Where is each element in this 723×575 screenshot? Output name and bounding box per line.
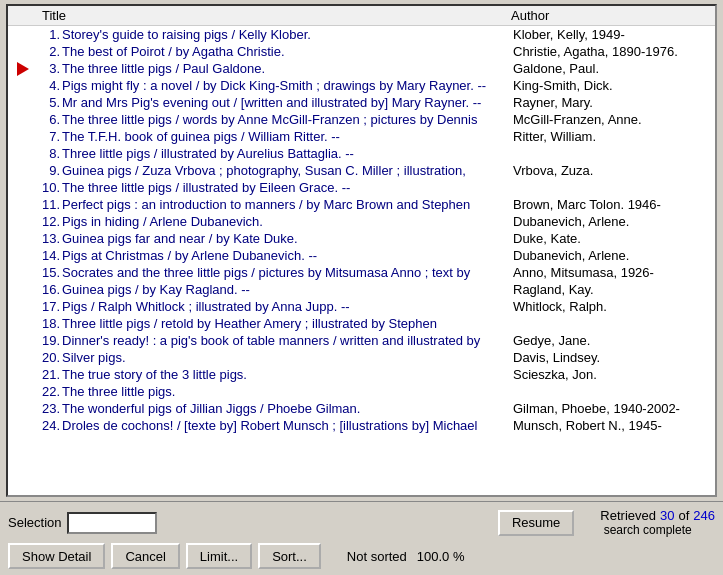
- table-row[interactable]: 24.Droles de cochons! / [texte by] Rober…: [8, 417, 715, 434]
- row-indicator: [10, 129, 38, 130]
- table-row[interactable]: 11.Perfect pigs : an introduction to man…: [8, 196, 715, 213]
- row-number: 8.: [38, 146, 62, 161]
- row-indicator: [10, 333, 38, 334]
- table-row[interactable]: 8.Three little pigs / illustrated by Aur…: [8, 145, 715, 162]
- row-number: 7.: [38, 129, 62, 144]
- row-number: 18.: [38, 316, 62, 331]
- row-title: Pigs at Christmas / by Arlene Dubanevich…: [62, 248, 513, 263]
- table-row[interactable]: 10.The three little pigs / illustrated b…: [8, 179, 715, 196]
- row-author: Ritter, William.: [513, 129, 713, 144]
- row-indicator: [10, 231, 38, 232]
- table-row[interactable]: 13.Guinea pigs far and near / by Kate Du…: [8, 230, 715, 247]
- row-indicator: [10, 146, 38, 147]
- row-indicator: [10, 27, 38, 28]
- retrieved-group: Retrieved 30 of 246 search complete: [580, 508, 715, 537]
- sort-button[interactable]: Sort...: [258, 543, 321, 569]
- results-area[interactable]: Title Author 1.Storey's guide to raising…: [6, 4, 717, 497]
- row-number: 16.: [38, 282, 62, 297]
- row-number: 17.: [38, 299, 62, 314]
- retrieved-count: 30: [660, 508, 674, 523]
- row-title: Guinea pigs / by Kay Ragland. --: [62, 282, 513, 297]
- row-title: Socrates and the three little pigs / pic…: [62, 265, 513, 280]
- row-author: Dubanevich, Arlene.: [513, 248, 713, 263]
- row-number: 1.: [38, 27, 62, 42]
- show-detail-button[interactable]: Show Detail: [8, 543, 105, 569]
- search-complete-label: search complete: [604, 523, 692, 537]
- table-row[interactable]: 1.Storey's guide to raising pigs / Kelly…: [8, 26, 715, 43]
- table-row[interactable]: 12.Pigs in hiding / Arlene Dubanevich.Du…: [8, 213, 715, 230]
- total-count: 246: [693, 508, 715, 523]
- row-title: Pigs in hiding / Arlene Dubanevich.: [62, 214, 513, 229]
- row-number: 24.: [38, 418, 62, 433]
- row-title: Silver pigs.: [62, 350, 513, 365]
- results-header: Title Author: [8, 6, 715, 26]
- row-title: Droles de cochons! / [texte by] Robert M…: [62, 418, 513, 433]
- table-row[interactable]: 14.Pigs at Christmas / by Arlene Dubanev…: [8, 247, 715, 264]
- table-row[interactable]: 17.Pigs / Ralph Whitlock ; illustrated b…: [8, 298, 715, 315]
- row-title: The true story of the 3 little pigs.: [62, 367, 513, 382]
- row-indicator: [10, 384, 38, 385]
- row-number: 19.: [38, 333, 62, 348]
- table-row[interactable]: 20.Silver pigs.Davis, Lindsey.: [8, 349, 715, 366]
- row-number: 10.: [38, 180, 62, 195]
- row-number: 6.: [38, 112, 62, 127]
- resume-button[interactable]: Resume: [498, 510, 574, 536]
- table-row[interactable]: 5.Mr and Mrs Pig's evening out / [writte…: [8, 94, 715, 111]
- selection-input[interactable]: [67, 512, 157, 534]
- row-indicator: [10, 248, 38, 249]
- row-title: Three little pigs / illustrated by Aurel…: [62, 146, 513, 161]
- cancel-button[interactable]: Cancel: [111, 543, 179, 569]
- row-indicator: [10, 265, 38, 266]
- table-row[interactable]: 22.The three little pigs.: [8, 383, 715, 400]
- row-title: Pigs / Ralph Whitlock ; illustrated by A…: [62, 299, 513, 314]
- row-author: Gedye, Jane.: [513, 333, 713, 348]
- row-title: The T.F.H. book of guinea pigs / William…: [62, 129, 513, 144]
- row-title: The three little pigs.: [62, 384, 513, 399]
- retrieved-row1: Retrieved 30 of 246: [580, 508, 715, 523]
- row-indicator: [10, 61, 38, 76]
- main-container: Title Author 1.Storey's guide to raising…: [0, 0, 723, 575]
- row-number: 4.: [38, 78, 62, 93]
- row-author: Galdone, Paul.: [513, 61, 713, 76]
- table-row[interactable]: 7.The T.F.H. book of guinea pigs / Willi…: [8, 128, 715, 145]
- row-indicator: [10, 299, 38, 300]
- table-row[interactable]: 6.The three little pigs / words by Anne …: [8, 111, 715, 128]
- row-title: The three little pigs / words by Anne Mc…: [62, 112, 513, 127]
- row-title: Three little pigs / retold by Heather Am…: [62, 316, 513, 331]
- limit-button[interactable]: Limit...: [186, 543, 252, 569]
- row-title: The wonderful pigs of Jillian Jiggs / Ph…: [62, 401, 513, 416]
- row-number: 5.: [38, 95, 62, 110]
- row-number: 9.: [38, 163, 62, 178]
- row-indicator: [10, 350, 38, 351]
- row-indicator: [10, 78, 38, 79]
- table-row[interactable]: 15.Socrates and the three little pigs / …: [8, 264, 715, 281]
- row-number: 2.: [38, 44, 62, 59]
- row-number: 12.: [38, 214, 62, 229]
- row-title: Guinea pigs far and near / by Kate Duke.: [62, 231, 513, 246]
- table-row[interactable]: 4.Pigs might fly : a novel / by Dick Kin…: [8, 77, 715, 94]
- row-author: Duke, Kate.: [513, 231, 713, 246]
- bottom-row1: Selection Resume Retrieved 30 of 246 sea…: [8, 508, 715, 537]
- retrieved-label: Retrieved: [600, 508, 656, 523]
- row-title: Storey's guide to raising pigs / Kelly K…: [62, 27, 513, 42]
- row-number: 22.: [38, 384, 62, 399]
- bottom-panel: Selection Resume Retrieved 30 of 246 sea…: [0, 501, 723, 575]
- table-row[interactable]: 18.Three little pigs / retold by Heather…: [8, 315, 715, 332]
- table-row[interactable]: 19.Dinner's ready! : a pig's book of tab…: [8, 332, 715, 349]
- table-row[interactable]: 23.The wonderful pigs of Jillian Jiggs /…: [8, 400, 715, 417]
- table-row[interactable]: 3.The three little pigs / Paul Galdone.G…: [8, 60, 715, 77]
- row-indicator: [10, 95, 38, 96]
- bottom-row2: Show Detail Cancel Limit... Sort... Not …: [8, 543, 715, 569]
- table-row[interactable]: 2.The best of Poirot / by Agatha Christi…: [8, 43, 715, 60]
- row-title: Mr and Mrs Pig's evening out / [written …: [62, 95, 513, 110]
- table-row[interactable]: 16.Guinea pigs / by Kay Ragland. --Ragla…: [8, 281, 715, 298]
- row-title: The three little pigs / Paul Galdone.: [62, 61, 513, 76]
- row-title: Perfect pigs : an introduction to manner…: [62, 197, 513, 212]
- row-author: Christie, Agatha, 1890-1976.: [513, 44, 713, 59]
- row-title: Dinner's ready! : a pig's book of table …: [62, 333, 513, 348]
- table-row[interactable]: 9.Guinea pigs / Zuza Vrbova ; photograph…: [8, 162, 715, 179]
- row-indicator: [10, 112, 38, 113]
- row-title: The best of Poirot / by Agatha Christie.: [62, 44, 513, 59]
- table-row[interactable]: 21.The true story of the 3 little pigs.S…: [8, 366, 715, 383]
- row-indicator: [10, 163, 38, 164]
